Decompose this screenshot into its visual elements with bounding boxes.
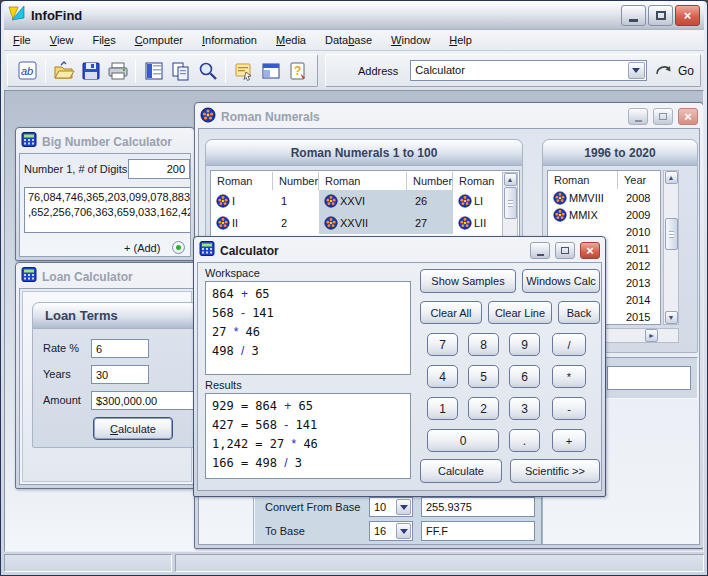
open-folder-icon[interactable] (50, 57, 77, 84)
from-value-input[interactable] (421, 497, 535, 517)
close-button[interactable]: × (675, 5, 700, 26)
key-1[interactable]: 1 (427, 397, 458, 420)
key-2[interactable]: 2 (468, 397, 499, 420)
roman-maximize-button[interactable] (653, 108, 673, 125)
column-header[interactable]: Roman (548, 171, 618, 189)
column-header[interactable]: Year (618, 171, 660, 189)
scientific-button[interactable]: Scientific >> (510, 459, 600, 483)
scroll-up-icon[interactable]: ▲ (665, 171, 678, 184)
menu-item-computer[interactable]: Computer (135, 34, 183, 46)
maximize-button[interactable] (648, 5, 673, 26)
main-titlebar[interactable]: InfoFind × (4, 1, 704, 30)
column-header[interactable]: Number (407, 172, 453, 190)
big-number-text[interactable]: 76,084,746,365,203,099,078,883,1,652,256… (24, 187, 191, 233)
copy-icon[interactable] (167, 57, 194, 84)
loan-field-input[interactable] (91, 339, 149, 358)
clear-all-button[interactable]: Clear All (420, 301, 482, 324)
menu-item-information[interactable]: Information (202, 34, 257, 46)
add-radio-button[interactable] (172, 241, 185, 254)
big-number-calculator-window[interactable]: Big Number Calculator Number 1, # of Dig… (15, 127, 195, 261)
menu-item-window[interactable]: Window (391, 34, 430, 46)
column-header[interactable]: Roman (211, 172, 273, 190)
print-icon[interactable] (104, 57, 131, 84)
view-panels-icon[interactable] (140, 57, 167, 84)
minimize-button[interactable] (621, 5, 646, 26)
to-base-dropdown-button[interactable] (396, 523, 411, 539)
table-row[interactable]: I1XXVI26LI (211, 190, 519, 212)
key-6[interactable]: 6 (509, 365, 540, 388)
key-7[interactable]: 7 (427, 333, 458, 356)
loan-calculator-window[interactable]: Loan Calculator Loan Terms Rate %YearsAm… (15, 262, 199, 489)
key-/[interactable]: / (552, 333, 586, 356)
calculator-minimize-button[interactable] (530, 242, 550, 259)
digits-input[interactable] (128, 159, 190, 179)
to-value-input[interactable] (421, 521, 535, 541)
key-+[interactable]: + (552, 429, 586, 452)
table-row[interactable]: II2XXVII27LII (211, 212, 519, 234)
column-header[interactable]: Roman (319, 172, 407, 190)
address-combobox[interactable]: Calculator (410, 60, 647, 81)
loan-field-input[interactable] (91, 365, 149, 384)
search-icon[interactable] (194, 57, 221, 84)
tip-icon[interactable] (230, 57, 257, 84)
key-0[interactable]: 0 (427, 429, 499, 452)
key-*[interactable]: * (552, 365, 586, 388)
key-3[interactable]: 3 (509, 397, 540, 420)
calculator-maximize-button[interactable] (555, 242, 575, 259)
key-8[interactable]: 8 (468, 333, 499, 356)
back-button[interactable]: Back (558, 301, 600, 324)
calculator-titlebar[interactable]: Calculator × (197, 239, 602, 262)
clear-line-button[interactable]: Clear Line (488, 301, 552, 324)
table-row[interactable]: MMVIII2008 (548, 189, 660, 206)
loan-titlebar[interactable]: Loan Calculator (19, 265, 195, 288)
window-panel-icon[interactable] (257, 57, 284, 84)
address-value[interactable]: Calculator (411, 61, 627, 80)
key-4[interactable]: 4 (427, 365, 458, 388)
digits-label: Number 1, # of Digits: (24, 163, 130, 175)
calculate-button[interactable]: Calculate (420, 459, 502, 483)
new-document-icon[interactable]: ab (14, 57, 41, 84)
roman-close-button[interactable]: × (678, 108, 698, 125)
save-icon[interactable] (77, 57, 104, 84)
help-icon[interactable]: ? (284, 57, 311, 84)
to-base-value[interactable]: 16 (370, 522, 395, 540)
windows-calc-button[interactable]: Windows Calc (522, 269, 600, 293)
key-5[interactable]: 5 (468, 365, 499, 388)
loan-calculate-button[interactable]: Calculate (93, 417, 173, 440)
from-base-value[interactable]: 10 (370, 498, 395, 516)
from-base-combobox[interactable]: 10 (369, 497, 413, 517)
from-base-dropdown-button[interactable] (396, 499, 411, 515)
menu-item-help[interactable]: Help (449, 34, 472, 46)
scroll-down-icon[interactable]: ▼ (665, 311, 678, 324)
go-label[interactable]: Go (678, 64, 694, 78)
roman-side-input[interactable] (607, 366, 691, 390)
roman-titlebar[interactable]: Roman Numerals × (198, 105, 700, 128)
menu-item-media[interactable]: Media (276, 34, 306, 46)
loan-field-input[interactable] (91, 391, 195, 410)
workspace-textarea[interactable]: 864 + 65568 - 14127 * 46498 / 3 (205, 281, 411, 375)
menu-item-file[interactable]: File (13, 34, 31, 46)
big-number-titlebar[interactable]: Big Number Calculator (19, 130, 191, 153)
scroll-thumb[interactable] (665, 218, 678, 250)
years-vscrollbar[interactable]: ▲ ▼ (663, 170, 679, 325)
address-dropdown-button[interactable] (628, 62, 645, 79)
to-base-combobox[interactable]: 16 (369, 521, 413, 541)
calculator-close-button[interactable]: × (580, 242, 600, 259)
go-button[interactable]: Go (655, 62, 694, 79)
scroll-thumb[interactable] (504, 187, 517, 219)
menu-item-files[interactable]: Files (92, 34, 115, 46)
results-textarea[interactable]: 929 = 864 + 65427 = 568 - 1411,242 = 27 … (205, 393, 411, 479)
calc-line: 864 + 65 (212, 285, 404, 304)
key-9[interactable]: 9 (509, 333, 540, 356)
key--[interactable]: - (552, 397, 586, 420)
key-decimal[interactable]: . (509, 429, 540, 452)
menu-item-database[interactable]: Database (325, 34, 372, 46)
scroll-up-icon[interactable]: ▲ (504, 173, 517, 186)
calculator-window[interactable]: Calculator × Workspace 864 + 65568 - 141… (193, 236, 606, 497)
show-samples-button[interactable]: Show Samples (420, 269, 516, 293)
column-header[interactable]: Number (273, 172, 319, 190)
menu-item-view[interactable]: View (50, 34, 74, 46)
scroll-right-icon[interactable]: ► (645, 329, 658, 342)
table-row[interactable]: MMIX2009 (548, 206, 660, 223)
roman-minimize-button[interactable] (628, 108, 648, 125)
